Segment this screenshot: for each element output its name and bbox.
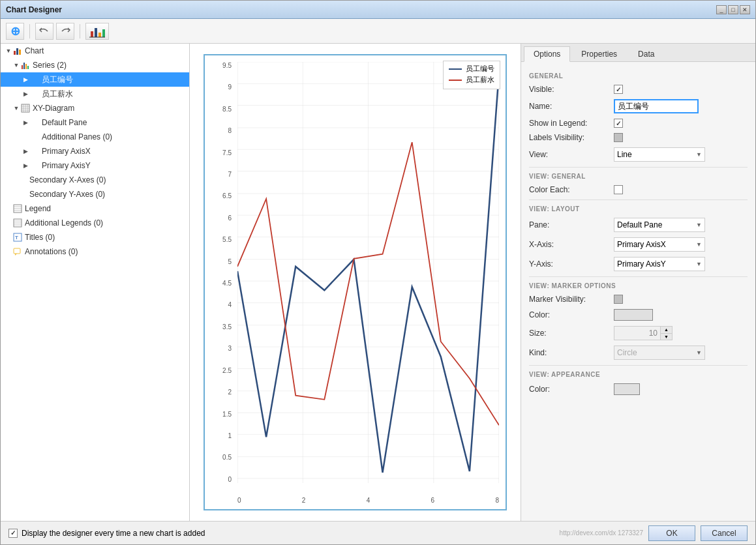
y-label-6-5: 6.5	[222, 192, 232, 199]
redo-button[interactable]	[56, 23, 74, 40]
xaxis-dropdown[interactable]: Primary AxisX ▼	[614, 237, 705, 252]
xaxis-label: X-Axis:	[529, 240, 614, 249]
tab-options[interactable]: Options	[524, 46, 570, 62]
tree-item-default-pane[interactable]: ▶ Default Pane	[1, 115, 189, 130]
kind-dropdown-arrow: ▼	[696, 349, 702, 356]
xaxis-dropdown-text: Primary AxisX	[617, 240, 696, 249]
tree-item-sec-xaxes[interactable]: Secondary X-Axes (0)	[1, 173, 189, 187]
y-label-1-5: 1.5	[222, 411, 232, 418]
divider-2	[529, 199, 748, 200]
prop-color-each: Color Each:	[529, 185, 748, 194]
svg-rect-7	[19, 50, 21, 55]
pane-dropdown-arrow: ▼	[696, 222, 702, 228]
legend-icon	[12, 203, 23, 214]
tree-panel: ▼ Chart ▼	[1, 44, 190, 521]
tree-label-titles: Titles (0)	[25, 233, 55, 242]
maximize-button[interactable]: □	[728, 5, 738, 14]
tree-item-primary-axisy[interactable]: ▶ Primary AxisY	[1, 158, 189, 173]
axisx-icon	[29, 146, 40, 156]
svg-rect-11	[27, 66, 29, 69]
svg-rect-3	[102, 29, 105, 37]
y-label-0: 0	[228, 476, 232, 483]
tree-item-series[interactable]: ▼ Series (2)	[1, 58, 189, 72]
view-value: Line ▼	[614, 147, 748, 162]
name-input[interactable]	[614, 99, 699, 113]
tree-item-employee-salary[interactable]: ▶ 员工薪水	[1, 87, 189, 101]
x-label-4: 4	[367, 497, 370, 504]
marker-color-box[interactable]	[614, 309, 653, 321]
tab-data[interactable]: Data	[628, 46, 664, 61]
chart-icon-button[interactable]	[85, 23, 109, 40]
pane-label: Pane:	[529, 220, 614, 229]
chart-icon	[12, 46, 23, 56]
tree-toggle-axisx[interactable]: ▶	[22, 147, 29, 155]
close-button[interactable]: ✕	[740, 5, 750, 14]
prop-name: Name:	[529, 99, 748, 113]
tree-item-primary-axisx[interactable]: ▶ Primary AxisX	[1, 144, 189, 158]
kind-dropdown-text: Circle	[617, 348, 696, 357]
y-label-4: 4	[228, 301, 232, 308]
tree-toggle-chart[interactable]: ▼	[5, 47, 12, 55]
tree-toggle-axisy[interactable]: ▶	[22, 162, 29, 169]
designer-checkbox[interactable]	[8, 529, 18, 538]
show-in-legend-label: Show in Legend:	[529, 119, 614, 128]
add-button[interactable]: ⊕	[6, 23, 24, 40]
tree-label-default-pane: Default Pane	[42, 118, 87, 127]
ok-button[interactable]: OK	[648, 525, 695, 541]
tree-label-chart: Chart	[25, 46, 44, 55]
color-each-value	[614, 185, 748, 194]
marker-color-value	[614, 309, 748, 321]
tree-item-annotations[interactable]: Annotations (0)	[1, 244, 189, 259]
tree-toggle-eid[interactable]: ▶	[22, 76, 29, 83]
tree-toggle-dpane[interactable]: ▶	[22, 119, 29, 126]
visible-checkbox[interactable]	[614, 85, 623, 94]
color-each-checkbox[interactable]	[614, 185, 623, 194]
view-dropdown-text: Line	[617, 150, 696, 159]
section-header-marker: VIEW: MARKER OPTIONS	[529, 282, 748, 289]
size-value: 10 ▲ ▼	[614, 326, 748, 340]
svg-rect-0	[91, 31, 93, 37]
show-in-legend-checkbox[interactable]	[614, 119, 623, 128]
options-content: GENERAL Visible: Name: Show in Legend:	[521, 62, 755, 521]
appearance-color-box[interactable]	[614, 383, 640, 395]
marker-visibility-checkbox[interactable]	[614, 295, 623, 304]
kind-label: Kind:	[529, 348, 614, 357]
tree-item-xy-diagram[interactable]: ▼ XY-Diagram	[1, 101, 189, 115]
tree-item-legend[interactable]: Legend	[1, 201, 189, 216]
svg-rect-5	[14, 51, 16, 55]
kind-dropdown[interactable]: Circle ▼	[614, 346, 705, 360]
y-label-8: 8	[228, 127, 232, 134]
svg-rect-8	[22, 65, 23, 69]
x-label-6: 6	[431, 497, 435, 504]
labels-visibility-checkbox[interactable]	[614, 133, 623, 142]
add-panes-icon	[29, 132, 40, 142]
toolbar-separator-2	[80, 24, 80, 38]
tree-item-employee-id[interactable]: ▶ 员工编号	[1, 72, 189, 87]
tree-toggle-esalary[interactable]: ▶	[22, 90, 29, 98]
pane-dropdown[interactable]: Default Pane ▼	[614, 218, 705, 232]
section-header-appearance: VIEW: APPEARANCE	[529, 371, 748, 378]
svg-rect-1	[95, 28, 97, 37]
titles-icon: T	[12, 232, 23, 243]
view-dropdown-arrow: ▼	[696, 151, 702, 158]
tree-item-chart[interactable]: ▼ Chart	[1, 44, 189, 58]
tree-toggle-xy[interactable]: ▼	[12, 104, 20, 112]
size-down-btn[interactable]: ▼	[661, 334, 672, 340]
tree-toggle-series[interactable]: ▼	[12, 61, 20, 69]
cancel-button[interactable]: Cancel	[701, 525, 748, 541]
size-container: 10 ▲ ▼	[614, 326, 673, 340]
tree-item-additional-panes[interactable]: Additional Panes (0)	[1, 130, 189, 144]
size-up-btn[interactable]: ▲	[661, 327, 672, 334]
options-tabs: Options Properties Data	[521, 44, 755, 62]
prop-marker-visibility: Marker Visibility:	[529, 295, 748, 304]
main-content: ▼ Chart ▼	[1, 44, 755, 521]
yaxis-dropdown[interactable]: Primary AxisY ▼	[614, 257, 705, 271]
view-dropdown[interactable]: Line ▼	[614, 147, 705, 162]
tree-item-titles[interactable]: T Titles (0)	[1, 230, 189, 244]
y-label-1: 1	[228, 432, 232, 439]
tab-properties[interactable]: Properties	[571, 46, 627, 61]
minimize-button[interactable]: _	[716, 5, 727, 14]
undo-button[interactable]	[35, 23, 53, 40]
tree-item-sec-yaxes[interactable]: Secondary Y-Axes (0)	[1, 187, 189, 201]
tree-item-add-legends[interactable]: Additional Legends (0)	[1, 216, 189, 230]
